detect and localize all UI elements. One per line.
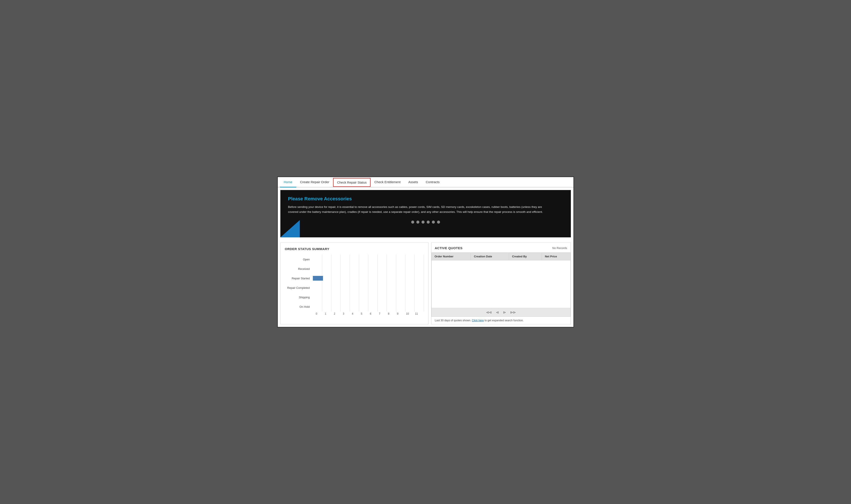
col-order-number: Order Number [431, 253, 471, 260]
x-axis-label: 1 [325, 312, 334, 315]
x-axis-label: 10 [406, 312, 415, 315]
pagination-first[interactable]: ⊲⊲ [485, 310, 493, 315]
pagination-next[interactable]: ⊳ [502, 310, 507, 315]
col-created-by: Created By [509, 253, 542, 260]
nav-item-assets[interactable]: Assets [404, 177, 422, 187]
chart-row-label: On Hold [285, 305, 313, 308]
chart-bar-area [313, 283, 424, 292]
pagination-last[interactable]: ⊳⊳ [509, 310, 517, 315]
banner-title: Please Remove Accessories [288, 196, 563, 202]
order-status-title: ORDER STATUS SUMMARY [285, 247, 424, 251]
quotes-footer-link[interactable]: Click here [472, 319, 484, 322]
nav-item-contracts[interactable]: Contracts [422, 177, 443, 187]
order-status-panel: ORDER STATUS SUMMARY OpenReceivedRepair … [280, 242, 429, 324]
chart-bar-area [313, 292, 424, 302]
chart-bar-area [313, 302, 424, 311]
nav-item-home[interactable]: Home [280, 177, 296, 187]
chart-bar [313, 276, 323, 281]
chart-bar-area [313, 273, 424, 283]
x-axis-label: 0 [316, 312, 325, 315]
nav-bar: Home Create Repair Order Check Repair St… [278, 177, 574, 187]
chart-area: OpenReceivedRepair StartedRepair Complet… [285, 255, 424, 311]
chart-bar-area [313, 264, 424, 273]
quotes-footer-text: Last 30 days of quotes shown. [435, 319, 471, 322]
chart-row-label: Repair Started [285, 277, 313, 280]
dot-2 [416, 220, 419, 223]
banner-text: Before sending your device for repair, i… [288, 205, 549, 215]
quotes-header: ACTIVE QUOTES No Records [431, 243, 571, 252]
x-axis-label: 5 [361, 312, 370, 315]
nav-item-check-entitlement[interactable]: Check Entitlement [370, 177, 404, 187]
col-creation-date: Creation Date [471, 253, 509, 260]
banner-triangle [280, 220, 300, 237]
x-axis-label: 9 [397, 312, 406, 315]
quotes-footer-suffix: to get expanded search function. [485, 319, 524, 322]
pagination-prev[interactable]: ⊲ [495, 310, 500, 315]
x-axis-label: 3 [343, 312, 352, 315]
quotes-table-header-row: Order Number Creation Date Created By Ne… [431, 253, 571, 260]
banner-dots [288, 220, 563, 223]
chart-row-label: Repair Completed [285, 286, 313, 289]
no-records-label: No Records [553, 247, 567, 250]
chart-row: Open [285, 255, 424, 264]
chart-row: Shipping [285, 292, 424, 302]
app-container: Home Create Repair Order Check Repair St… [277, 177, 574, 327]
dot-6 [437, 220, 440, 223]
chart-row-label: Open [285, 258, 313, 261]
x-axis-label: 11 [415, 312, 424, 315]
col-net-price: Net Price [542, 253, 571, 260]
chart-row-label: Shipping [285, 296, 313, 299]
banner: Please Remove Accessories Before sending… [280, 190, 571, 237]
chart-row: On Hold [285, 302, 424, 311]
x-axis-label: 6 [370, 312, 379, 315]
x-axis-label: 2 [334, 312, 343, 315]
quotes-footer: Last 30 days of quotes shown. Click here… [431, 317, 571, 324]
quotes-pagination: ⊲⊲ ⊲ ⊳ ⊳⊳ [431, 308, 571, 317]
nav-item-create-repair-order[interactable]: Create Repair Order [296, 177, 333, 187]
quotes-empty-area [431, 260, 571, 308]
quotes-table: Order Number Creation Date Created By Ne… [431, 252, 571, 260]
dot-1 [411, 220, 414, 223]
chart-row: Repair Completed [285, 283, 424, 292]
quotes-title: ACTIVE QUOTES [435, 246, 463, 250]
chart-row: Received [285, 264, 424, 273]
content-row: ORDER STATUS SUMMARY OpenReceivedRepair … [278, 240, 574, 327]
x-axis-label: 8 [388, 312, 397, 315]
nav-item-check-repair-status[interactable]: Check Repair Status [333, 178, 370, 187]
chart-bar-area [313, 255, 424, 264]
chart-row-label: Received [285, 267, 313, 270]
chart-x-axis: 01234567891011 [316, 311, 424, 315]
x-axis-label: 7 [379, 312, 388, 315]
quotes-panel: ACTIVE QUOTES No Records Order Number Cr… [431, 242, 571, 324]
x-axis-label: 4 [352, 312, 361, 315]
chart-row: Repair Started [285, 273, 424, 283]
dot-3 [421, 220, 424, 223]
dot-5 [432, 220, 435, 223]
dot-4 [427, 220, 430, 223]
